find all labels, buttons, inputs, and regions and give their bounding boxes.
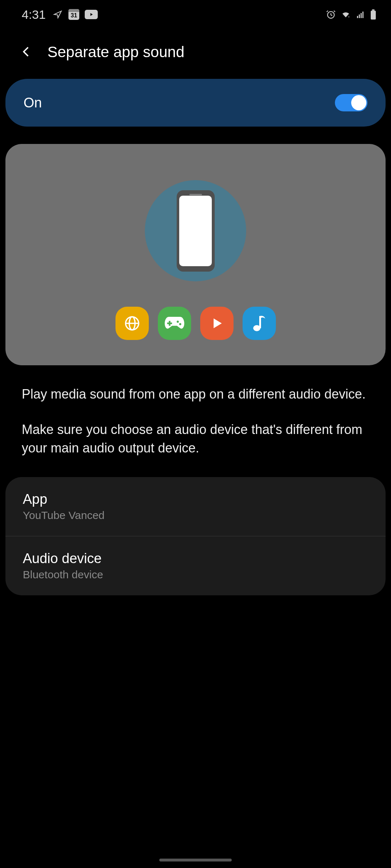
- settings-card: App YouTube Vanced Audio device Bluetoot…: [5, 477, 386, 595]
- svg-rect-15: [259, 316, 261, 328]
- page-title: Separate app sound: [47, 43, 184, 61]
- setting-app-title: App: [23, 492, 368, 507]
- phone-body: [177, 190, 215, 272]
- svg-rect-5: [362, 12, 363, 18]
- battery-icon: [370, 9, 377, 20]
- wifi-icon: +: [340, 10, 351, 19]
- svg-point-12: [177, 321, 179, 323]
- svg-rect-2: [357, 16, 358, 18]
- svg-rect-11: [167, 323, 172, 324]
- music-note-icon: [243, 307, 276, 340]
- master-toggle-row[interactable]: On: [5, 79, 386, 127]
- globe-icon: [115, 307, 149, 340]
- gamepad-icon: [158, 307, 191, 340]
- calendar-icon: 31: [68, 9, 79, 20]
- setting-app-value: YouTube Vanced: [23, 509, 368, 522]
- setting-audio-device-title: Audio device: [23, 551, 368, 566]
- phone-screen: [179, 196, 212, 266]
- svg-rect-3: [359, 14, 360, 18]
- svg-rect-7: [371, 11, 376, 20]
- status-bar: 4:31 31: [0, 0, 391, 29]
- signal-icon: [356, 10, 366, 19]
- navigation-bar-handle[interactable]: [159, 859, 232, 861]
- status-icons-left: 31: [53, 9, 98, 20]
- svg-rect-6: [372, 9, 375, 11]
- setting-audio-device-value: Bluetooth device: [23, 569, 368, 581]
- chevron-left-icon: [20, 45, 33, 58]
- phone-notch: [189, 194, 202, 195]
- toggle-switch[interactable]: [335, 94, 367, 111]
- alarm-icon: [326, 9, 336, 20]
- header: Separate app sound: [0, 29, 391, 79]
- description-line2: Make sure you choose an audio device tha…: [22, 421, 369, 457]
- setting-app[interactable]: App YouTube Vanced: [5, 477, 386, 536]
- back-button[interactable]: [20, 45, 33, 59]
- svg-point-13: [179, 323, 181, 325]
- phone-illustration: [145, 180, 246, 281]
- toggle-knob: [351, 95, 366, 110]
- visual-illustration-card: [5, 144, 386, 365]
- status-time: 4:31: [22, 8, 46, 22]
- status-left: 4:31 31: [22, 8, 98, 22]
- location-outline-icon: [53, 9, 63, 20]
- svg-text:+: +: [348, 15, 350, 19]
- app-icons-row: [115, 307, 276, 340]
- description-text: Play media sound from one app on a diffe…: [0, 365, 391, 477]
- svg-rect-4: [361, 13, 362, 18]
- toggle-label: On: [24, 95, 42, 111]
- play-icon: [200, 307, 234, 340]
- setting-audio-device[interactable]: Audio device Bluetooth device: [5, 536, 386, 595]
- description-line1: Play media sound from one app on a diffe…: [22, 385, 369, 403]
- youtube-icon: [85, 10, 98, 19]
- status-right: +: [326, 9, 377, 20]
